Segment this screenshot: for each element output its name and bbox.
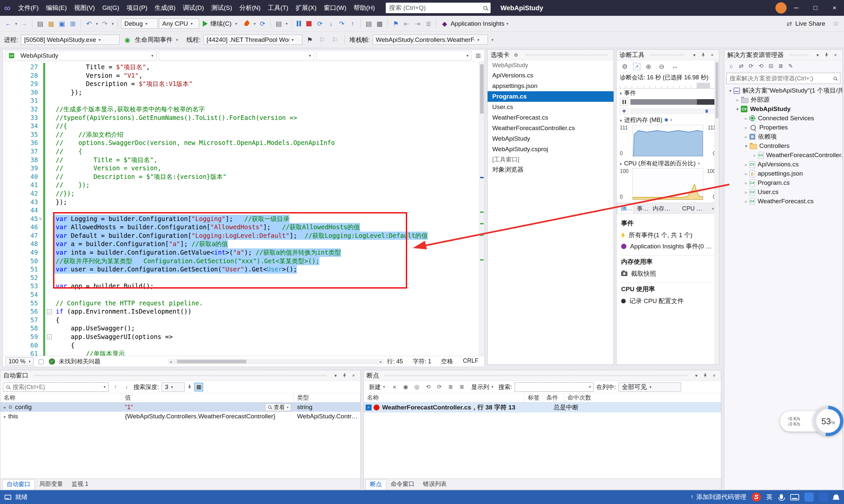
export-breakpoints-button[interactable]: ⟲ (424, 383, 433, 391)
code-text[interactable]: { (53, 316, 59, 324)
outlining-margin[interactable] (45, 349, 53, 356)
code-text[interactable]: // Version = version, (53, 164, 161, 173)
health-check-icon[interactable] (49, 358, 55, 365)
tool-window-tab[interactable]: 断点 (366, 479, 386, 489)
close-icon[interactable]: × (708, 52, 716, 58)
reset-view-icon[interactable]: ↔ (670, 61, 680, 72)
variable-row[interactable]: ▸ ⚙ config "1" 查看 string (0, 402, 360, 412)
breakpoint-margin[interactable] (3, 173, 21, 181)
expander-icon[interactable]: ▹ (743, 134, 750, 139)
flagged-only-toggle-button[interactable]: ⚐ (330, 35, 340, 45)
column-header[interactable]: 标签 (524, 393, 543, 402)
code-text[interactable]: // { (53, 147, 82, 156)
redo-dropdown-icon[interactable]: ▾ (111, 21, 115, 26)
outlining-margin[interactable] (45, 130, 53, 139)
pin-values-icon[interactable] (187, 385, 192, 389)
breakpoint-margin[interactable] (3, 122, 21, 130)
outlining-margin[interactable] (45, 71, 53, 80)
type-dropdown[interactable] (159, 51, 314, 60)
member-dropdown[interactable] (316, 51, 472, 60)
window-menu-icon[interactable]: ▾ (814, 52, 822, 58)
outlining-margin[interactable] (45, 265, 53, 274)
process-dropdown[interactable]: [50508] WebApiStudy.exe (21, 35, 120, 45)
hot-reload-button[interactable] (242, 18, 252, 29)
code-text[interactable]: Version = "V1", (53, 71, 142, 80)
breakpoint-margin[interactable] (3, 206, 21, 215)
step-into-button[interactable]: ↓ (326, 18, 335, 29)
toggle-bookmark-button[interactable]: ⚑ (391, 18, 400, 29)
expander-icon[interactable]: ▹ (743, 116, 750, 121)
solution-platform-dropdown[interactable]: Any CPU (159, 18, 199, 29)
breakpoint-margin[interactable] (3, 248, 21, 257)
output-window-button[interactable]: ▤ (274, 18, 283, 29)
code-text[interactable] (53, 290, 56, 299)
outlining-margin[interactable] (45, 88, 53, 97)
scrollbar-thumb[interactable] (480, 64, 484, 114)
breakpoint-margin[interactable] (3, 232, 21, 240)
show-all-files-icon[interactable]: ≣ (776, 61, 785, 71)
stack-frame-dropdown[interactable]: WebApiStudy.Controllers.WeatherForecastC… (373, 35, 488, 45)
code-text[interactable]: var AllowedHosts = builder.Configuration… (53, 223, 360, 232)
breakpoint-margin[interactable] (3, 181, 21, 190)
code-text[interactable]: var user = builder.Configuration.GetSect… (53, 265, 297, 274)
memory-section-header[interactable]: 进程内存 (MB) ▾ (617, 115, 719, 124)
events-section-header[interactable]: 事件 (617, 89, 719, 97)
breakpoint-checkbox[interactable] (366, 404, 372, 411)
menu-item[interactable]: 编辑(E) (42, 0, 70, 16)
timeline-ruler[interactable] (620, 82, 716, 89)
outlining-margin[interactable] (45, 122, 53, 130)
expander-icon[interactable]: ▹ (743, 190, 750, 195)
gear-icon[interactable]: ⚙ (512, 52, 520, 58)
outlining-margin[interactable]: - (45, 307, 53, 316)
minimize-button[interactable]: ─ (787, 0, 806, 16)
outlining-margin[interactable] (45, 80, 53, 88)
outlining-margin[interactable] (45, 164, 53, 173)
expander-icon[interactable]: ▹ (743, 181, 750, 185)
breakpoint-margin[interactable] (3, 71, 21, 80)
code-text[interactable]: // }); (53, 181, 90, 190)
outlining-margin[interactable] (45, 232, 53, 240)
in-column-dropdown[interactable]: 全部可见 (619, 382, 681, 392)
menu-item[interactable]: 项目(P) (123, 0, 151, 16)
code-text[interactable]: var inta = builder.Configuration.GetValu… (53, 248, 341, 257)
all-events-link[interactable]: 所有事件(1 个, 共 1 个) (621, 230, 714, 241)
outlining-margin[interactable] (45, 274, 53, 282)
breakpoint-margin[interactable] (3, 130, 21, 139)
breakpoint-margin[interactable] (3, 341, 21, 350)
code-text[interactable]: // Description = $"项目名:{version}版本" (53, 173, 226, 181)
marker-icon[interactable] (620, 108, 628, 114)
menu-item[interactable]: 扩展(X) (292, 0, 320, 16)
tool-window-tab[interactable]: 命令窗口 (387, 479, 418, 489)
code-text[interactable]: // //添加文档介绍 (53, 130, 124, 139)
outlining-margin[interactable] (45, 240, 53, 248)
autos-search-input[interactable]: 搜索(Ctrl+E) (3, 382, 108, 392)
code-text[interactable]: //{ (53, 122, 67, 130)
marker-track[interactable] (630, 109, 716, 114)
solution-tree-item[interactable]: ▹ WeatherForecastController.cs (724, 150, 842, 160)
solution-tree-item[interactable]: ▹ 依赖项 (724, 132, 842, 141)
open-tab-item[interactable]: WebApiStudy (488, 133, 614, 144)
solution-tree-item[interactable]: ▾ 解决方案"WebApiStudy"(1 个项目/共 1 个) (724, 86, 842, 95)
breakpoint-margin[interactable] (3, 88, 21, 97)
breakpoint-margin[interactable] (3, 198, 21, 206)
code-text[interactable]: { (53, 341, 74, 350)
zoom-in-icon[interactable]: ⊕ (643, 61, 653, 72)
background-tasks-icon[interactable] (5, 495, 11, 500)
close-icon[interactable]: × (349, 373, 357, 378)
outlining-margin[interactable] (45, 181, 53, 190)
outlining-margin[interactable] (45, 147, 53, 156)
diagnostics-tab[interactable]: CPU 使用率 (679, 204, 710, 214)
open-tab-item[interactable]: WebApiStudy.csproj (488, 144, 614, 155)
previous-bookmark-button[interactable]: ⇤ (401, 18, 411, 29)
expander-icon[interactable]: ▹ (751, 153, 758, 158)
notification-bell-icon[interactable] (833, 494, 839, 499)
expander-icon[interactable]: ▹ (743, 125, 750, 130)
scroll-tabs-left-icon[interactable]: ◂ (711, 206, 714, 211)
outlining-margin[interactable] (45, 156, 53, 164)
menu-item[interactable]: 生成(B) (151, 0, 179, 16)
sogou-input-icon[interactable]: S (752, 492, 761, 502)
expander-icon[interactable]: ▾ (734, 107, 741, 112)
code-text[interactable]: Title = $"项目名", (53, 63, 150, 71)
breakpoint-margin[interactable] (3, 63, 21, 71)
breakpoint-margin[interactable] (3, 96, 21, 105)
